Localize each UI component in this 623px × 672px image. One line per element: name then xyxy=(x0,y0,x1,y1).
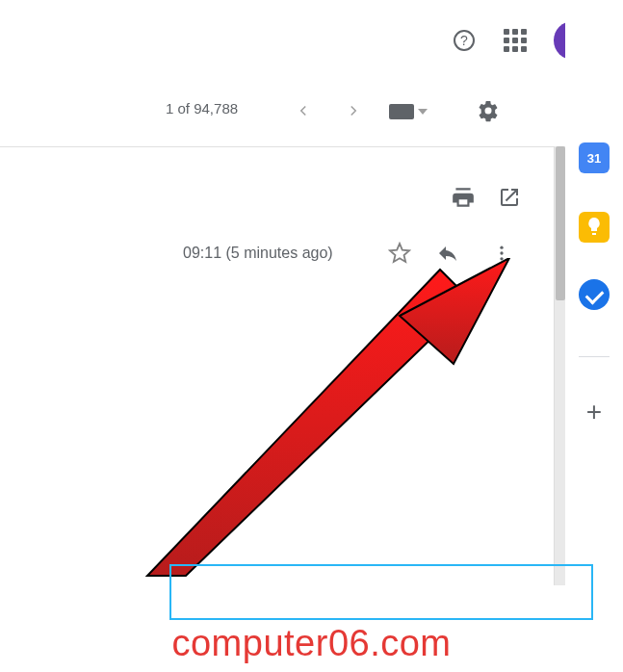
watermark-text: computer06.com xyxy=(0,623,623,664)
help-icon[interactable]: ? xyxy=(451,27,478,54)
star-button[interactable] xyxy=(385,239,414,268)
dropdown-icon xyxy=(418,109,428,115)
side-panel: 31 + xyxy=(565,0,623,587)
message-toolbar: 1 of 94,788 xyxy=(0,77,558,146)
vertical-scrollbar[interactable] xyxy=(554,146,565,585)
calendar-addon-icon[interactable]: 31 xyxy=(579,142,610,173)
svg-text:?: ? xyxy=(460,33,468,48)
google-apps-icon[interactable] xyxy=(504,29,527,52)
annotation-highlight xyxy=(169,564,593,620)
reply-button[interactable] xyxy=(433,239,462,268)
app-header: ? M xyxy=(0,0,623,77)
print-button[interactable] xyxy=(449,183,478,212)
keep-addon-icon[interactable] xyxy=(579,212,610,243)
get-addons-button[interactable]: + xyxy=(579,397,610,427)
svg-point-4 xyxy=(500,257,503,260)
svg-point-2 xyxy=(500,246,503,249)
keyboard-icon xyxy=(389,104,414,119)
svg-marker-5 xyxy=(147,270,471,576)
input-tools-button[interactable] xyxy=(389,100,431,123)
divider xyxy=(0,146,558,147)
svg-marker-6 xyxy=(400,258,509,364)
scrollbar-thumb[interactable] xyxy=(556,146,565,300)
newer-button[interactable] xyxy=(339,96,368,125)
svg-point-3 xyxy=(500,251,503,254)
settings-button[interactable] xyxy=(472,94,505,127)
divider xyxy=(579,356,610,357)
open-new-window-button[interactable] xyxy=(495,183,524,212)
older-button[interactable] xyxy=(289,96,318,125)
annotation-arrow xyxy=(130,258,515,585)
tasks-addon-icon[interactable] xyxy=(579,279,610,310)
more-options-button[interactable] xyxy=(487,239,516,268)
message-counter: 1 of 94,788 xyxy=(166,100,238,116)
message-timestamp: 09:11 (5 minutes ago) xyxy=(183,245,333,262)
